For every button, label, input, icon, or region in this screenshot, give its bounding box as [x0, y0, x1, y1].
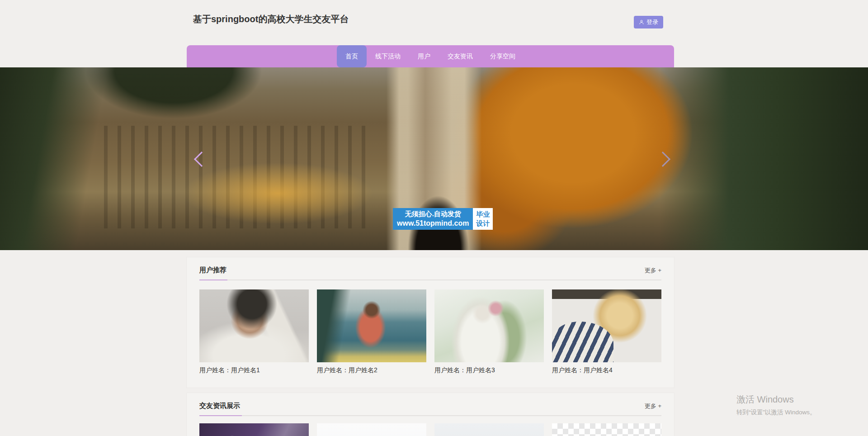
user-photo-3 — [434, 289, 544, 362]
section-underline — [199, 415, 661, 416]
news-image-3[interactable] — [434, 423, 544, 436]
user-card-4[interactable]: 用户姓名：用户姓名4 — [552, 289, 661, 374]
page-title: 基于springboot的高校大学生交友平台 — [193, 13, 349, 25]
user-photo-4 — [552, 289, 661, 362]
user-name-label: 用户姓名：用户姓名3 — [434, 366, 544, 374]
news-image-4[interactable] — [552, 423, 661, 436]
user-name-label: 用户姓名：用户姓名1 — [199, 366, 309, 374]
page: 基于springboot的高校大学生交友平台 登录 首页 线下活动 用户 交友资… — [0, 0, 868, 436]
nav-item-users[interactable]: 用户 — [409, 45, 439, 67]
carousel-prev-button[interactable] — [192, 148, 212, 170]
user-photo-2 — [317, 289, 426, 362]
dating-news-section: 交友资讯展示 更多 + — [187, 393, 674, 436]
user-name-label: 用户姓名：用户姓名4 — [552, 366, 661, 374]
user-name-label: 用户姓名：用户姓名2 — [317, 366, 426, 374]
user-card-1[interactable]: 用户姓名：用户姓名1 — [199, 289, 309, 374]
chevron-left-icon — [194, 152, 209, 167]
news-image-1[interactable] — [199, 423, 309, 436]
vendor-watermark: 无须担心.自动发货 www.51topmind.com 毕业 设计 — [393, 208, 493, 230]
hero-light-glow — [182, 162, 373, 224]
section-title-news: 交友资讯展示 — [199, 402, 240, 410]
carousel-next-button[interactable] — [653, 148, 673, 170]
login-button-label: 登录 — [646, 18, 658, 26]
section-title-users: 用户推荐 — [199, 266, 226, 275]
section-underline — [199, 280, 661, 280]
news-image-2[interactable] — [317, 423, 426, 436]
user-recommend-section: 用户推荐 更多 + 用户姓名：用户姓名1 用户姓名：用户姓名2 用户姓名：用户姓… — [187, 257, 674, 388]
user-card-2[interactable]: 用户姓名：用户姓名2 — [317, 289, 426, 374]
user-icon — [639, 19, 644, 25]
user-photo-1 — [199, 289, 309, 362]
login-button[interactable]: 登录 — [634, 16, 663, 28]
vendor-watermark-badge: 毕业 设计 — [473, 208, 493, 230]
chevron-right-icon — [655, 152, 670, 167]
nav-item-home[interactable]: 首页 — [337, 45, 367, 67]
nav-item-share-space[interactable]: 分享空间 — [481, 45, 524, 67]
vendor-watermark-text: 无须担心.自动发货 www.51topmind.com — [393, 208, 473, 230]
user-card-3[interactable]: 用户姓名：用户姓名3 — [434, 289, 544, 374]
more-link-users[interactable]: 更多 + — [645, 266, 661, 275]
more-link-news[interactable]: 更多 + — [645, 402, 661, 410]
main-nav: 首页 线下活动 用户 交友资讯 分享空间 — [187, 45, 674, 67]
nav-item-offline-activities[interactable]: 线下活动 — [367, 45, 409, 67]
nav-item-dating-news[interactable]: 交友资讯 — [439, 45, 481, 67]
windows-activation-watermark: 激活 Windows 转到“设置”以激活 Windows。 — [736, 393, 816, 417]
